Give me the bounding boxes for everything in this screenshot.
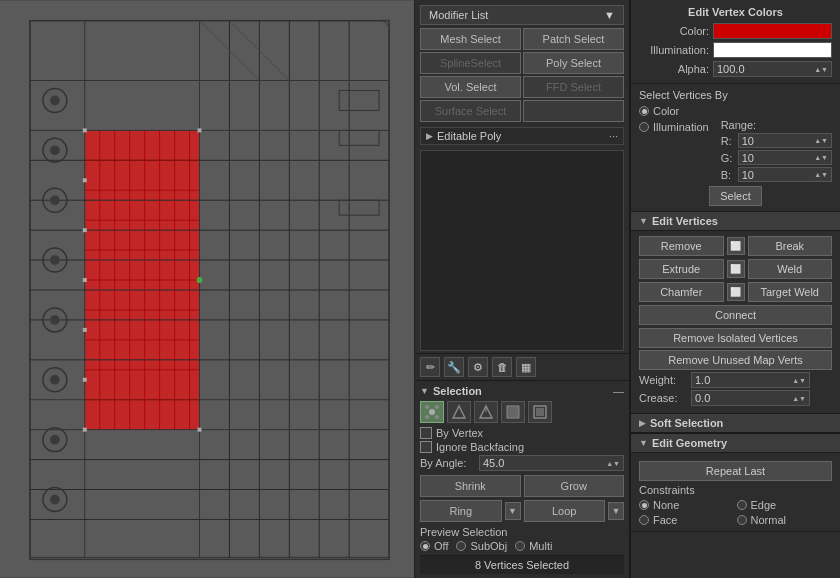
grow-btn[interactable]: Grow bbox=[524, 475, 625, 497]
preview-subobj-radio[interactable] bbox=[456, 541, 466, 551]
normal-constraint[interactable]: Normal bbox=[737, 514, 833, 526]
edit-vertices-arrow: ▼ bbox=[639, 216, 648, 226]
patch-select-btn[interactable]: Patch Select bbox=[523, 28, 624, 50]
vol-select-btn[interactable]: Vol. Select bbox=[420, 76, 521, 98]
remove-break-row: Remove ⬜ Break bbox=[639, 236, 832, 256]
chamfer-settings-btn[interactable]: ⬜ bbox=[727, 283, 745, 301]
spline-select-btn[interactable]: SplineSelect bbox=[420, 52, 521, 74]
color-swatch[interactable] bbox=[713, 23, 832, 39]
loop-btn[interactable]: Loop bbox=[524, 500, 606, 522]
none-label: None bbox=[653, 499, 679, 511]
mesh-select-btn[interactable]: Mesh Select bbox=[420, 28, 521, 50]
target-weld-btn[interactable]: Target Weld bbox=[748, 282, 833, 302]
select-vertices-btn[interactable]: Select bbox=[709, 186, 762, 206]
edit-geometry-header[interactable]: ▼ Edit Geometry bbox=[631, 434, 840, 453]
shrink-btn[interactable]: Shrink bbox=[420, 475, 521, 497]
range-section: Range: R: 10 ▲▼ G: 10 ▲▼ bbox=[721, 119, 832, 182]
alpha-input[interactable]: 100.0 ▲▼ bbox=[713, 61, 832, 77]
svg-point-54 bbox=[50, 435, 60, 445]
select-btn-row: Select bbox=[639, 186, 832, 206]
gear-icon-btn[interactable]: ⚙ bbox=[468, 357, 488, 377]
crease-input[interactable]: 0.0 ▲▼ bbox=[691, 390, 810, 406]
svg-point-72 bbox=[425, 405, 429, 409]
preview-subobj[interactable]: SubObj bbox=[456, 540, 507, 552]
b-row: B: 10 ▲▼ bbox=[721, 167, 832, 182]
preview-multi[interactable]: Multi bbox=[515, 540, 552, 552]
illumination-radio-row: Illumination Range: R: 10 ▲▼ G: bbox=[639, 119, 832, 182]
modifier-toolbar: ✏ 🔧 ⚙ 🗑 ▦ bbox=[415, 353, 629, 380]
color-radio[interactable] bbox=[639, 106, 649, 116]
poly-mode-btn[interactable] bbox=[501, 401, 525, 423]
edit-geometry-title: Edit Geometry bbox=[652, 437, 727, 449]
ep-dots: ··· bbox=[609, 130, 618, 142]
border-mode-btn[interactable] bbox=[474, 401, 498, 423]
modifier-list-dropdown[interactable]: Modifier List ▼ bbox=[420, 5, 624, 25]
r-input[interactable]: 10 ▲▼ bbox=[738, 133, 832, 148]
ffd-select-btn[interactable]: FFD Select bbox=[523, 76, 624, 98]
grid-icon-btn[interactable]: ▦ bbox=[516, 357, 536, 377]
poly-select-btn[interactable]: Poly Select bbox=[523, 52, 624, 74]
remove-unused-btn[interactable]: Remove Unused Map Verts bbox=[639, 350, 832, 370]
editable-poly-row[interactable]: ▶ Editable Poly ··· bbox=[420, 127, 624, 145]
select-by-color[interactable]: Color bbox=[639, 105, 832, 117]
weight-input[interactable]: 1.0 ▲▼ bbox=[691, 372, 810, 388]
remove-btn[interactable]: Remove bbox=[639, 236, 724, 256]
select-by-illumination[interactable]: Illumination bbox=[639, 121, 709, 133]
repeat-last-btn[interactable]: Repeat Last bbox=[639, 461, 832, 481]
edit-vertices-section: ▼ Edit Vertices Remove ⬜ Break Extrude ⬜… bbox=[631, 212, 840, 414]
vertex-mode-btn[interactable] bbox=[420, 401, 444, 423]
svg-rect-69 bbox=[198, 128, 202, 132]
chamfer-btn[interactable]: Chamfer bbox=[639, 282, 724, 302]
edge-mode-btn[interactable] bbox=[447, 401, 471, 423]
none-radio[interactable] bbox=[639, 500, 649, 510]
svg-rect-67 bbox=[83, 378, 87, 382]
connect-btn[interactable]: Connect bbox=[639, 305, 832, 325]
ring-dropdown[interactable]: ▼ bbox=[505, 502, 521, 520]
edge-constraint[interactable]: Edge bbox=[737, 499, 833, 511]
by-vertex-checkbox[interactable] bbox=[420, 427, 432, 439]
svg-rect-68 bbox=[83, 428, 87, 432]
edit-vertices-header[interactable]: ▼ Edit Vertices bbox=[631, 212, 840, 231]
break-btn[interactable]: Break bbox=[748, 236, 833, 256]
face-radio[interactable] bbox=[639, 515, 649, 525]
soft-selection-header[interactable]: ▶ Soft Selection bbox=[631, 414, 840, 433]
by-angle-input[interactable]: 45.0 ▲▼ bbox=[479, 455, 624, 471]
loop-dropdown[interactable]: ▼ bbox=[608, 502, 624, 520]
face-label: Face bbox=[653, 514, 677, 526]
b-input[interactable]: 10 ▲▼ bbox=[738, 167, 832, 182]
viewport[interactable] bbox=[0, 0, 415, 578]
illumination-swatch[interactable] bbox=[713, 42, 832, 58]
by-angle-row: By Angle: 45.0 ▲▼ bbox=[420, 455, 624, 471]
surface-select-btn[interactable]: Surface Select bbox=[420, 100, 521, 122]
preview-off[interactable]: Off bbox=[420, 540, 448, 552]
face-constraint[interactable]: Face bbox=[639, 514, 735, 526]
preview-off-radio[interactable] bbox=[420, 541, 430, 551]
element-mode-btn[interactable] bbox=[528, 401, 552, 423]
illumination-option-label: Illumination bbox=[653, 121, 709, 133]
ignore-backfacing-checkbox[interactable] bbox=[420, 441, 432, 453]
none-constraint[interactable]: None bbox=[639, 499, 735, 511]
weld-btn[interactable]: Weld bbox=[748, 259, 833, 279]
select-by-radio-group: Color Illumination Range: R: 10 ▲▼ bbox=[639, 105, 832, 182]
g-input[interactable]: 10 ▲▼ bbox=[738, 150, 832, 165]
preview-subobj-label: SubObj bbox=[470, 540, 507, 552]
ring-btn[interactable]: Ring bbox=[420, 500, 502, 522]
extrude-settings-btn[interactable]: ⬜ bbox=[727, 260, 745, 278]
preview-off-label: Off bbox=[434, 540, 448, 552]
wrench-icon-btn[interactable]: 🔧 bbox=[444, 357, 464, 377]
selection-expand-arrow[interactable]: ▼ bbox=[420, 386, 429, 396]
svg-rect-81 bbox=[536, 408, 544, 416]
remove-isolated-btn[interactable]: Remove Isolated Vertices bbox=[639, 328, 832, 348]
pencil-icon-btn[interactable]: ✏ bbox=[420, 357, 440, 377]
preview-multi-radio[interactable] bbox=[515, 541, 525, 551]
illumination-radio[interactable] bbox=[639, 122, 649, 132]
selection-pin[interactable]: — bbox=[613, 385, 624, 397]
extrude-btn[interactable]: Extrude bbox=[639, 259, 724, 279]
by-vertex-row: By Vertex bbox=[420, 427, 624, 439]
remove-settings-btn[interactable]: ⬜ bbox=[727, 237, 745, 255]
range-title: Range: bbox=[721, 119, 832, 131]
edge-radio[interactable] bbox=[737, 500, 747, 510]
mid-panel: Modifier List ▼ Mesh Select Patch Select… bbox=[415, 0, 630, 578]
trash-icon-btn[interactable]: 🗑 bbox=[492, 357, 512, 377]
normal-radio[interactable] bbox=[737, 515, 747, 525]
